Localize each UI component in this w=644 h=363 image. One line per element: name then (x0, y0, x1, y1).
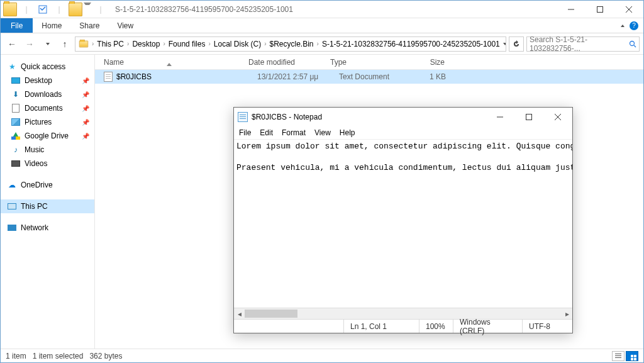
search-input[interactable]: Search S-1-5-21-1032832756-... (526, 36, 640, 52)
minimize-button[interactable] (557, 1, 586, 18)
sidebar-item-this-pc[interactable]: This PC (1, 199, 94, 213)
separator-icon: | (52, 3, 66, 16)
column-size[interactable]: Size (412, 58, 450, 67)
svg-rect-2 (597, 6, 603, 12)
pin-icon: 📌 (82, 133, 89, 140)
new-folder-icon[interactable] (69, 3, 82, 16)
tab-home[interactable]: Home (33, 18, 70, 33)
scroll-left-icon[interactable]: ◂ (234, 308, 245, 319)
file-type: Text Document (339, 72, 421, 81)
recent-locations-button[interactable] (40, 36, 55, 52)
breadcrumb-segment[interactable]: Desktop (130, 40, 162, 48)
scrollbar-track[interactable] (245, 308, 562, 319)
close-button[interactable] (543, 108, 572, 126)
scroll-right-icon[interactable]: ▸ (562, 308, 572, 319)
sidebar-item-downloads[interactable]: ⬇Downloads📌 (1, 87, 94, 101)
address-bar[interactable]: › This PC› Desktop› Found files› Local D… (75, 36, 506, 52)
notepad-icon (238, 112, 248, 122)
properties-icon[interactable] (36, 3, 50, 16)
sidebar-label: Quick access (21, 62, 65, 71)
sidebar-label: Google Drive (25, 131, 69, 140)
sidebar-item-videos[interactable]: Videos (1, 157, 94, 170)
sidebar-item-desktop[interactable]: Desktop📌 (1, 74, 94, 87)
music-icon: ♪ (11, 145, 21, 155)
address-history-icon[interactable] (503, 43, 506, 45)
menu-format[interactable]: Format (282, 128, 306, 137)
menu-file[interactable]: File (239, 128, 251, 137)
item-count: 1 item (6, 352, 26, 360)
selection-bytes: 362 bytes (89, 352, 122, 360)
details-view-button[interactable] (612, 351, 625, 361)
file-size: 1 KB (421, 72, 458, 81)
qat-customize-icon[interactable] (82, 3, 91, 16)
breadcrumb-segment[interactable]: This PC (95, 40, 126, 48)
back-button[interactable]: ← (4, 36, 19, 52)
notepad-status-bar: Ln 1, Col 1 100% Windows (CRLF) UTF-8 (234, 319, 572, 333)
maximize-button[interactable] (586, 1, 614, 18)
pc-icon (7, 201, 17, 211)
column-date[interactable]: Date modified (248, 58, 330, 67)
minimize-button[interactable] (486, 108, 514, 126)
sidebar-item-network[interactable]: Network (1, 221, 94, 235)
ribbon: File Home Share View ? (1, 18, 643, 33)
tab-file[interactable]: File (1, 18, 33, 33)
sidebar-item-pictures[interactable]: Pictures📌 (1, 115, 94, 129)
window-title: S-1-5-21-1032832756-4119595700-245235205… (115, 5, 293, 14)
breadcrumb-segment[interactable]: $Recycle.Bin (268, 40, 316, 48)
window-controls (557, 1, 643, 18)
tab-view[interactable]: View (108, 18, 142, 33)
ribbon-expand-icon[interactable] (619, 21, 625, 30)
sidebar-label: Documents (25, 104, 63, 113)
scrollbar-thumb[interactable] (245, 310, 297, 318)
sidebar-item-onedrive[interactable]: ☁OneDrive (1, 178, 94, 192)
google-drive-icon (11, 131, 21, 141)
notepad-text-area[interactable]: Lorem ipsum dolor sit amet, consectetur … (234, 139, 572, 308)
menu-help[interactable]: Help (340, 128, 355, 137)
maximize-button[interactable] (514, 108, 543, 126)
downloads-icon: ⬇ (11, 89, 21, 99)
notepad-menubar: File Edit Format View Help (234, 126, 572, 139)
column-type[interactable]: Type (330, 58, 412, 67)
help-icon[interactable]: ? (630, 21, 638, 30)
thumbnails-view-button[interactable] (626, 351, 638, 361)
folder-icon (77, 40, 91, 48)
file-date: 13/1/2021 2:57 μμ (257, 72, 339, 81)
sidebar-item-quick-access[interactable]: ★ Quick access (1, 60, 94, 74)
sidebar-label: Pictures (25, 118, 52, 126)
zoom-level: 100% (419, 320, 453, 333)
pin-icon: 📌 (82, 91, 89, 98)
window-controls (486, 108, 572, 126)
explorer-titlebar: | | | S-1-5-21-1032832756-4119595700-245… (1, 1, 643, 18)
tab-share[interactable]: Share (70, 18, 108, 33)
breadcrumb-segment[interactable]: S-1-5-21-1032832756-4119595700-245235205… (320, 40, 502, 48)
separator-icon: | (19, 3, 33, 16)
sidebar-label: This PC (21, 202, 48, 211)
refresh-button[interactable] (509, 36, 524, 52)
sidebar-item-music[interactable]: ♪Music (1, 143, 94, 157)
file-row[interactable]: $R0JICBS 13/1/2021 2:57 μμ Text Document… (95, 70, 643, 84)
up-button[interactable]: ↑ (57, 36, 72, 52)
column-name[interactable]: Name (104, 58, 248, 67)
breadcrumb-segment[interactable]: Local Disk (C) (212, 40, 263, 48)
menu-view[interactable]: View (314, 128, 331, 137)
forward-button[interactable]: → (22, 36, 37, 52)
sidebar-item-documents[interactable]: Documents📌 (1, 101, 94, 115)
desktop-icon (11, 75, 21, 86)
pin-icon: 📌 (82, 119, 89, 126)
sidebar-label: Downloads (25, 90, 62, 99)
menu-edit[interactable]: Edit (260, 128, 273, 137)
close-button[interactable] (614, 1, 643, 18)
selection-count: 1 item selected (33, 352, 84, 360)
horizontal-scrollbar[interactable]: ◂ ▸ (234, 308, 572, 319)
svg-point-5 (630, 41, 635, 45)
view-toggle (612, 351, 638, 361)
folder-icon (3, 3, 17, 16)
notepad-window: $R0JICBS - Notepad File Edit Format View… (233, 107, 573, 333)
pin-icon: 📌 (82, 77, 89, 84)
text-file-icon (104, 72, 113, 82)
sidebar-label: Network (21, 223, 48, 232)
notepad-titlebar: $R0JICBS - Notepad (234, 108, 572, 126)
breadcrumb-segment[interactable]: Found files (167, 40, 208, 48)
svg-rect-8 (526, 114, 532, 120)
sidebar-item-google-drive[interactable]: Google Drive📌 (1, 129, 94, 143)
